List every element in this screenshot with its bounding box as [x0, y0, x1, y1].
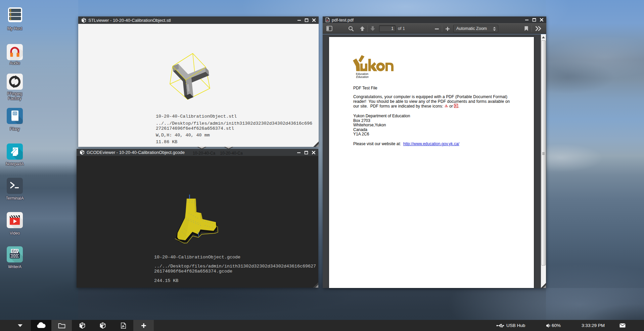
svg-text:Éducation: Éducation	[356, 75, 369, 79]
